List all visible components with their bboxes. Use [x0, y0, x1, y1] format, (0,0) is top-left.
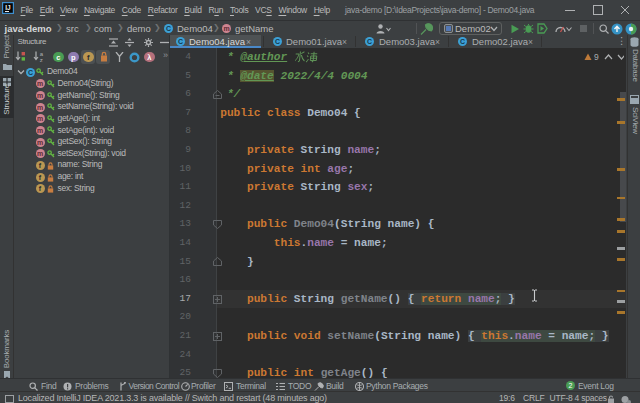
svg-text:z: z — [40, 57, 43, 62]
svg-text:a: a — [40, 51, 44, 57]
svg-text:IJ: IJ — [5, 4, 11, 11]
